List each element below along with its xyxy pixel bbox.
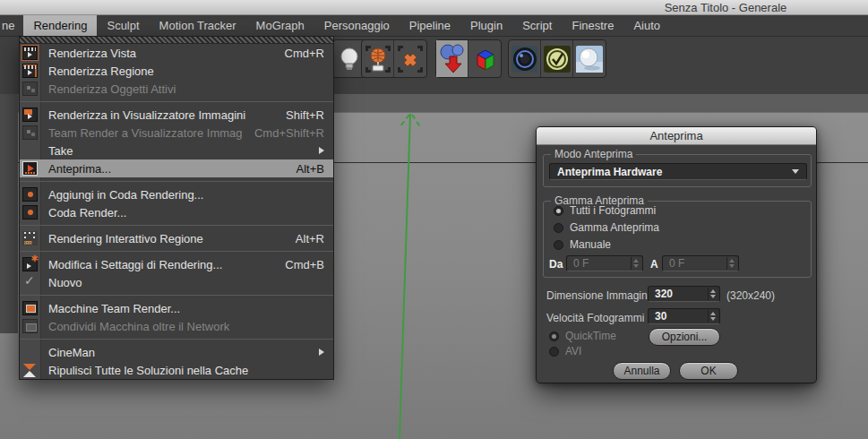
menu-separator xyxy=(20,335,333,343)
menubar-item-pipeline[interactable]: Pipeline xyxy=(400,15,460,36)
menu-item-label: Rendering Interattivo Regione xyxy=(48,232,283,245)
render-settings-cube-icon[interactable] xyxy=(468,40,501,77)
clear-cache-icon xyxy=(22,363,38,377)
menu-item-renderizza-oggetti-attivi[interactable]: Renderizza Oggetti Attivi xyxy=(20,80,333,98)
menu-item-renderizza-vista[interactable]: Renderizza VistaCmd+R xyxy=(20,44,333,62)
image-size-label: Dimensione Immagine xyxy=(546,289,653,302)
render-settings-icon xyxy=(22,257,38,271)
camera-lens-icon[interactable] xyxy=(509,40,541,77)
image-size-field[interactable]: 320 xyxy=(648,286,720,302)
radio-manual[interactable]: Manuale xyxy=(554,238,611,251)
menubar-item-sculpt[interactable]: Sculpt xyxy=(97,15,149,36)
menu-item-aggiungi-in-coda-rendering[interactable]: Aggiungi in Coda Rendering... xyxy=(20,185,333,203)
validate-check-icon[interactable] xyxy=(541,40,573,77)
menu-item-rendering-interattivo-regione[interactable]: Rendering Interattivo RegioneAlt+R xyxy=(20,229,333,247)
team-render-icon xyxy=(22,125,38,140)
render-to-picture-viewer-icon[interactable] xyxy=(436,40,468,77)
ok-button[interactable]: OK xyxy=(679,362,738,380)
dialog-title: Anteprima xyxy=(649,129,702,142)
interactive-region-sphere-icon[interactable] xyxy=(362,40,394,77)
menubar-item-plugin[interactable]: Plugin xyxy=(460,15,512,36)
menubar-item-personaggio[interactable]: Personaggio xyxy=(314,15,400,36)
region-group xyxy=(361,39,427,78)
menubar-item-script[interactable]: Script xyxy=(512,15,562,36)
menu-item-macchine-team-render[interactable]: Macchine Team Render... xyxy=(20,299,333,317)
menu-item-shortcut: Cmd+R xyxy=(285,47,324,60)
radio-icon xyxy=(549,347,559,357)
radio-avi[interactable]: AVI xyxy=(549,345,581,357)
chevron-down-icon xyxy=(792,169,799,174)
radio-icon xyxy=(554,240,563,250)
preview-mode-value: Anteprima Hardware xyxy=(557,166,792,178)
menu-item-label: Renderizza Vista xyxy=(48,47,272,60)
menu-item-nuovo[interactable]: Nuovo xyxy=(20,273,333,291)
menu-item-label: Take xyxy=(48,144,306,158)
menu-item-cineman[interactable]: CineMan xyxy=(20,343,333,361)
menubar-item-mograph[interactable]: MoGraph xyxy=(246,15,314,36)
radio-quicktime-label: QuickTime xyxy=(565,330,616,342)
menu-item-label: Ripulisci Tutte le Soluzioni nella Cache xyxy=(48,364,324,377)
stepper-icon[interactable] xyxy=(631,257,640,270)
radio-preview-range[interactable]: Gamma Anteprima xyxy=(554,221,659,234)
to-value: 0 F xyxy=(669,257,726,270)
menu-item-condividi-macchina-oltre-il-network[interactable]: Condividi Macchina oltre il Network xyxy=(20,317,333,335)
menu-item-anteprima[interactable]: Anteprima...Alt+B xyxy=(20,159,333,177)
menu-item-renderizza-regione[interactable]: Renderizza Regione xyxy=(20,62,333,80)
radio-manual-label: Manuale xyxy=(570,238,611,251)
ok-button-label: OK xyxy=(700,365,716,377)
radio-quicktime[interactable]: QuickTime xyxy=(549,330,616,342)
menubar-items: RenderingSculptMotion TrackerMoGraphPers… xyxy=(23,15,670,36)
rendering-menu-panel: Renderizza VistaCmd+RRenderizza RegioneR… xyxy=(19,36,334,380)
menubar-partial-item[interactable]: ne xyxy=(0,19,23,32)
menubar-item-finestre[interactable]: Finestre xyxy=(562,15,623,36)
menu-item-coda-render[interactable]: Coda Render... xyxy=(20,203,333,221)
options-button-label: Opzioni... xyxy=(662,331,708,343)
menu-tearoff-strip[interactable] xyxy=(20,37,333,44)
menu-separator xyxy=(20,98,333,106)
menu-separator xyxy=(20,177,333,185)
menu-item-label: Coda Render... xyxy=(48,206,324,220)
menubar-item-motion-tracker[interactable]: Motion Tracker xyxy=(150,15,246,36)
checkmark-icon xyxy=(22,275,38,289)
menu-item-take[interactable]: Take xyxy=(20,142,333,159)
from-field[interactable]: 0 F xyxy=(566,255,643,271)
abort-render-icon[interactable] xyxy=(394,40,426,77)
window-titlebar[interactable]: Senza Titolo - Generale xyxy=(0,0,868,15)
menu-item-label: Anteprima... xyxy=(48,162,284,176)
image-size-value: 320 xyxy=(655,288,708,300)
render-region-icon xyxy=(22,64,38,78)
interactive-render-region-icon xyxy=(22,231,38,245)
stepper-icon[interactable] xyxy=(708,310,718,323)
dialog-titlebar[interactable]: Anteprima xyxy=(537,127,816,145)
menu-item-ripulisci-tutte-le-soluzioni-nella-cache[interactable]: Ripulisci Tutte le Soluzioni nella Cache xyxy=(20,361,333,379)
menu-item-shortcut: Shift+R xyxy=(286,108,324,122)
render-menu-list: Renderizza VistaCmd+RRenderizza RegioneR… xyxy=(20,44,333,379)
cancel-button[interactable]: Annulla xyxy=(613,362,671,380)
render-active-objects-icon xyxy=(22,82,38,96)
menu-item-team-render-a-visualizzatore-immagini[interactable]: Team Render a Visualizzatore Immagini...… xyxy=(20,124,333,142)
to-field[interactable]: 0 F xyxy=(662,255,739,271)
menu-separator xyxy=(20,247,333,255)
radio-all-frames[interactable]: Tutti i Fotogrammi xyxy=(554,204,656,217)
menu-item-modifica-i-settaggi-di-rendering[interactable]: Modifica i Settaggi di Rendering...Cmd+B xyxy=(20,255,333,273)
from-label: Da xyxy=(549,258,563,271)
material-sphere-icon[interactable] xyxy=(573,40,606,77)
radio-avi-label: AVI xyxy=(565,345,581,357)
frame-rate-value: 30 xyxy=(655,310,708,323)
stepper-icon[interactable] xyxy=(726,257,736,270)
app-window: ni ne RenderingSculptMotion TrackerMoGra… xyxy=(0,0,868,439)
menu-item-label: Macchine Team Render... xyxy=(48,302,324,315)
render-queue-icon xyxy=(22,205,38,220)
from-value: 0 F xyxy=(573,257,631,270)
menubar-item-rendering[interactable]: Rendering xyxy=(23,15,97,36)
frame-rate-field[interactable]: 30 xyxy=(648,308,720,324)
preview-mode-dropdown[interactable]: Anteprima Hardware xyxy=(549,163,807,180)
options-button[interactable]: Opzioni... xyxy=(649,328,720,346)
menu-item-label: Aggiungi in Coda Rendering... xyxy=(48,188,324,202)
mode-group-label: Modo Anteprima xyxy=(551,149,636,160)
menu-separator xyxy=(20,221,333,229)
menu-item-renderizza-in-visualizzatore-immagini[interactable]: Renderizza in Visualizzatore ImmaginiShi… xyxy=(20,106,333,124)
menubar-item-aiuto[interactable]: Aiuto xyxy=(623,15,670,36)
stepper-icon[interactable] xyxy=(708,288,718,300)
menu-item-label: Condividi Macchina oltre il Network xyxy=(48,320,324,333)
